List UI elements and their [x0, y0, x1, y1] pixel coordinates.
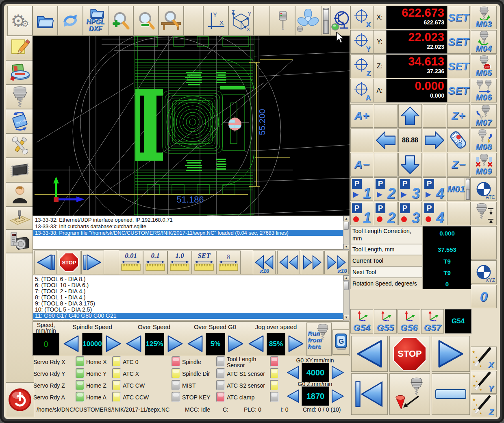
m08-button[interactable]: M08	[471, 129, 497, 152]
log-line[interactable]: 13-33-32: Ethernet/UDP interface opened.…	[33, 217, 349, 223]
program-line[interactable]: 9: (TOOL 8 - DIA 3.175)	[33, 301, 349, 307]
fan-slider[interactable]	[321, 6, 331, 36]
over-speed-decrease[interactable]	[124, 332, 144, 355]
dro-a-display[interactable]: 0.000 0.000	[386, 79, 447, 102]
toolpath-canvas[interactable]: 55.200 51.186	[33, 36, 350, 216]
g0-z-value[interactable]: 1870	[302, 386, 329, 406]
axis-zero-y-button[interactable]: Y	[350, 30, 373, 54]
sidebar-item-tools[interactable]	[6, 133, 34, 158]
jog-step-1-0-button[interactable]: 1.0	[167, 251, 192, 274]
rewind-to-start-button[interactable]	[351, 373, 388, 415]
jog-over-speed-increase[interactable]	[286, 332, 306, 355]
sidebar-item-motors[interactable]	[6, 229, 34, 253]
plc-rec-4-button[interactable]: P 4	[423, 202, 446, 225]
m07-button[interactable]: M07	[471, 104, 497, 128]
import-hpgl-dxf-button[interactable]: HPGL DXF	[83, 6, 108, 36]
over-speed-value[interactable]: 125%	[145, 333, 164, 355]
g0-z-decrease[interactable]	[285, 387, 301, 405]
g0-z-increase[interactable]	[330, 387, 345, 405]
plc-rec-2-button[interactable]: P 2	[374, 202, 398, 225]
stop-button[interactable]: STOP	[58, 251, 80, 274]
coolant-fan-button[interactable]	[295, 6, 321, 36]
jog-step-0-01-button[interactable]: 0.01	[119, 251, 143, 274]
auto-zero-z-button[interactable]: ★★★★ Z	[471, 395, 497, 417]
g54-button[interactable]: G54	[350, 309, 373, 334]
program-line[interactable]: 5: (TOOL 6 - DIA 8.)	[33, 276, 349, 282]
scroll-down-button[interactable]: ▼	[343, 315, 349, 320]
jog-y-plus-button[interactable]	[398, 104, 422, 128]
jog-x-minus-button[interactable]	[374, 129, 398, 152]
forward-x10-button[interactable]: x10	[324, 251, 349, 274]
pendant-button[interactable]	[447, 129, 470, 152]
goto-xyz-zero-button[interactable]: XYZ	[471, 260, 497, 284]
zoom-fit-button[interactable]	[159, 6, 184, 36]
program-scrollbar[interactable]: ▲ ▼	[343, 275, 350, 321]
set-x-button[interactable]: SET	[447, 6, 470, 29]
g0-xy-value[interactable]: 4000	[302, 363, 329, 382]
tool-length-measure-button[interactable]	[471, 202, 497, 225]
driver-power-button[interactable]	[331, 6, 350, 36]
m05-button[interactable]: STOP M05	[471, 55, 497, 78]
set-z-button[interactable]: SET	[447, 55, 470, 78]
over-speed-increase[interactable]	[165, 332, 185, 355]
power-off-button[interactable]	[6, 382, 34, 417]
gcode-dialog-button[interactable]: G	[332, 329, 350, 355]
auto-zero-y-button[interactable]: ★★★★ Y	[471, 371, 497, 394]
spindle-speed-increase[interactable]	[103, 332, 124, 355]
set-y-button[interactable]: SET	[447, 30, 470, 54]
axis-zero-x-button[interactable]: X	[350, 6, 373, 29]
m01-slider[interactable]	[465, 177, 471, 201]
program-line[interactable]: 6: (TOOL 10 - DIA 6.)	[33, 282, 349, 288]
sidebar-item-docs[interactable]	[6, 60, 34, 85]
minimize-button[interactable]	[432, 373, 470, 415]
spindle-speed-value[interactable]: 10000	[82, 333, 102, 355]
plc-run-1-button[interactable]: P 1	[350, 177, 373, 201]
jog-step-0-1-button[interactable]: 0.1	[143, 251, 167, 274]
dro-x-display[interactable]: 622.673 622.673	[386, 6, 447, 29]
jog-a-minus-button[interactable]: A−	[350, 153, 373, 177]
plc-run-4-button[interactable]: P 4	[423, 177, 446, 201]
m03-button[interactable]: M03	[471, 6, 497, 29]
run-from-here-button[interactable]: Run from here	[306, 323, 332, 356]
plc-rec-3-button[interactable]: P 3	[398, 202, 422, 225]
run-reverse-button[interactable]	[351, 336, 388, 372]
g0-xy-decrease[interactable]	[285, 364, 301, 382]
over-speed-g0-increase[interactable]	[226, 332, 245, 355]
dro-z-display[interactable]: 34.613 37.236	[386, 55, 447, 78]
program-line[interactable]: 8: (TOOL 1 - DIA 4.)	[33, 294, 349, 301]
atc-button[interactable]: ATC	[471, 177, 497, 201]
log-scroll-thumb[interactable]	[344, 222, 349, 230]
g56-button[interactable]: G56	[398, 309, 420, 334]
rewind-button[interactable]	[277, 251, 300, 274]
jog-z-plus-button[interactable]: Z+	[447, 104, 470, 128]
jog-a-plus-button[interactable]: A+	[350, 104, 373, 128]
run-forward-button[interactable]	[432, 336, 470, 372]
axis-zero-z-button[interactable]: Z	[350, 55, 373, 78]
m01-slider-thumb[interactable]	[466, 180, 470, 190]
m06-button[interactable]: M06	[471, 79, 497, 102]
probe-button[interactable]	[270, 6, 295, 36]
sidebar-item-mycnc[interactable]: myCNC	[6, 109, 34, 133]
program-line[interactable]: 10: (TOOL 5 - DIA 2.5)	[33, 307, 349, 313]
over-speed-g0-value[interactable]: 5%	[206, 333, 225, 355]
jog-over-speed-decrease[interactable]	[246, 332, 266, 355]
auto-zero-x-button[interactable]: ★★★★ X	[471, 347, 497, 370]
dro-y-display[interactable]: 22.023 22.023	[386, 30, 447, 54]
sidebar-item-edit[interactable]	[6, 36, 34, 60]
jog-step-continuous-button[interactable]: ∞	[216, 251, 241, 274]
view-3d-button[interactable]: Z Y X	[228, 6, 254, 36]
m01-button[interactable]: M01	[447, 177, 465, 201]
sidebar-item-user[interactable]	[6, 182, 34, 207]
g0-xy-increase[interactable]	[330, 364, 345, 382]
g55-button[interactable]: G55	[374, 309, 397, 334]
fan-slider-thumb[interactable]	[323, 9, 329, 21]
plc-run-3-button[interactable]: P 3	[398, 177, 422, 201]
g57-button[interactable]: G57	[421, 309, 444, 334]
jog-over-speed-value[interactable]: 85%	[267, 333, 285, 355]
plc-rec-1-button[interactable]: P 1	[350, 202, 373, 225]
scroll-up-button[interactable]: ▲	[343, 216, 349, 221]
jog-z-minus-button[interactable]: Z−	[447, 153, 470, 177]
log-scrollbar[interactable]: ▲ ▼	[343, 216, 350, 250]
over-speed-g0-decrease[interactable]	[185, 332, 205, 355]
log-line-selected[interactable]: 13-33-38: Program file "/home/sk/DNC/CUS…	[33, 230, 349, 236]
